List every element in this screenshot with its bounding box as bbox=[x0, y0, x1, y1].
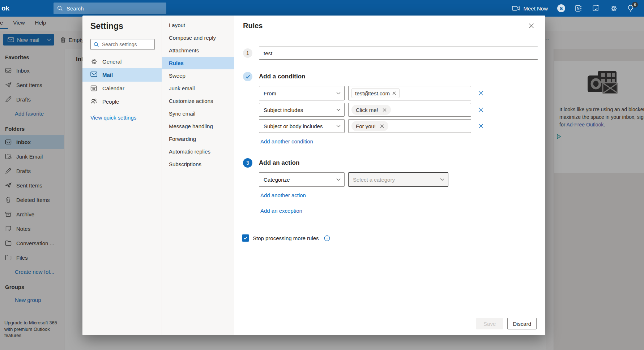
add-another-condition-link[interactable]: Add another condition bbox=[260, 138, 313, 144]
skype-icon: S bbox=[557, 4, 565, 12]
action-type-select[interactable]: Categorize bbox=[259, 172, 345, 187]
condition-value-field[interactable]: Click me! bbox=[348, 103, 471, 117]
settings-nav-mail[interactable]: Mail bbox=[82, 68, 162, 82]
settings-nav-general[interactable]: General bbox=[82, 55, 162, 68]
settings-search-input[interactable] bbox=[102, 42, 149, 47]
chevron-down-icon bbox=[336, 178, 341, 181]
tips-count-badge: 6 bbox=[632, 2, 638, 8]
category-compose[interactable]: Compose and reply bbox=[162, 31, 234, 44]
info-icon[interactable] bbox=[324, 235, 330, 241]
step-3-badge: 3 bbox=[243, 158, 252, 168]
settings-nav-column: Settings General Mail Calendar bbox=[82, 16, 162, 335]
view-quick-settings-link[interactable]: View quick settings bbox=[90, 114, 157, 121]
settings-nav-people[interactable]: People bbox=[82, 95, 162, 108]
search-icon bbox=[57, 5, 63, 11]
meet-now-label: Meet Now bbox=[523, 5, 548, 12]
action-row: Categorize Select a category bbox=[259, 172, 537, 187]
onenote-icon: N bbox=[575, 5, 582, 12]
settings-nav-label: Calendar bbox=[102, 85, 124, 91]
condition-type-select[interactable]: Subject or body includes bbox=[259, 119, 345, 133]
condition-row: Subject or body includes For you! bbox=[259, 119, 537, 133]
mail-envelope-icon bbox=[90, 72, 97, 78]
condition-type-select[interactable]: From bbox=[259, 86, 345, 100]
chevron-down-icon bbox=[336, 125, 341, 128]
global-search-box[interactable]: Search bbox=[54, 3, 166, 14]
category-rules[interactable]: Rules bbox=[162, 57, 234, 69]
tips-button[interactable]: 6 bbox=[627, 4, 635, 12]
meet-now-button[interactable]: Meet Now bbox=[512, 5, 548, 12]
category-attachments[interactable]: Attachments bbox=[162, 44, 234, 57]
category-select[interactable]: Select a category bbox=[348, 172, 448, 187]
condition-value-field[interactable]: test@test.com bbox=[348, 86, 471, 100]
chevron-down-icon bbox=[336, 92, 341, 95]
outlook-logo-partial[interactable]: ok bbox=[1, 4, 52, 12]
condition-value-field[interactable]: For you! bbox=[348, 119, 471, 133]
settings-nav-label: Mail bbox=[102, 72, 113, 78]
condition-row: Subject includes Click me! bbox=[259, 103, 537, 117]
settings-title: Settings bbox=[90, 21, 157, 31]
step-1-badge: 1 bbox=[243, 48, 252, 58]
category-sweep[interactable]: Sweep bbox=[162, 69, 234, 82]
tasks-button[interactable] bbox=[592, 4, 600, 12]
stop-processing-row: Stop processing more rules bbox=[242, 234, 537, 242]
gear-icon bbox=[90, 58, 97, 65]
category-message-handling[interactable]: Message handling bbox=[162, 120, 234, 133]
dialog-footer: Save Discard bbox=[234, 312, 545, 335]
category-layout[interactable]: Layout bbox=[162, 19, 234, 31]
step-2-check-badge bbox=[243, 72, 252, 81]
settings-search-box[interactable] bbox=[90, 39, 155, 50]
search-icon bbox=[94, 42, 99, 47]
search-placeholder-text: Search bbox=[67, 5, 84, 12]
add-exception-link[interactable]: Add an exception bbox=[260, 208, 302, 214]
category-sync[interactable]: Sync email bbox=[162, 107, 234, 120]
skype-button[interactable]: S bbox=[557, 4, 565, 12]
condition-type-select[interactable]: Subject includes bbox=[259, 103, 345, 117]
delete-condition-button[interactable] bbox=[475, 103, 487, 117]
action-section: 3 Add an action Categorize Select a cate… bbox=[243, 158, 537, 214]
keyword-pill[interactable]: For you! bbox=[351, 121, 388, 131]
settings-gear-icon bbox=[610, 5, 617, 12]
remove-pill-icon[interactable] bbox=[380, 124, 384, 128]
onenote-button[interactable]: N bbox=[575, 4, 583, 12]
settings-dialog: Settings General Mail Calendar bbox=[82, 16, 545, 335]
chevron-down-icon bbox=[440, 178, 444, 181]
discard-button[interactable]: Discard bbox=[507, 318, 537, 329]
rule-name-input[interactable] bbox=[259, 47, 538, 60]
stop-processing-label: Stop processing more rules bbox=[253, 235, 319, 241]
save-button[interactable]: Save bbox=[476, 318, 503, 329]
chevron-down-icon bbox=[336, 108, 341, 111]
settings-nav-label: People bbox=[102, 99, 119, 105]
delete-condition-button[interactable] bbox=[475, 86, 487, 100]
condition-row: From test@test.com bbox=[259, 86, 537, 100]
svg-text:N: N bbox=[577, 7, 579, 10]
remove-pill-icon[interactable] bbox=[383, 108, 387, 112]
keyword-pill[interactable]: Click me! bbox=[351, 105, 391, 115]
add-another-action-link[interactable]: Add another action bbox=[260, 192, 306, 198]
stop-processing-checkbox[interactable] bbox=[242, 234, 249, 242]
settings-category-column: Layout Compose and reply Attachments Rul… bbox=[162, 16, 234, 335]
category-auto-replies[interactable]: Automatic replies bbox=[162, 145, 234, 158]
people-icon bbox=[90, 98, 97, 105]
condition-section: Add a condition From test@test.com bbox=[243, 72, 537, 145]
category-junk[interactable]: Junk email bbox=[162, 82, 234, 95]
close-icon[interactable] bbox=[526, 20, 537, 31]
app-top-bar: ok Search Meet Now S N bbox=[0, 0, 644, 17]
category-subscriptions[interactable]: Subscriptions bbox=[162, 158, 234, 170]
settings-nav-label: General bbox=[102, 59, 121, 65]
settings-nav-calendar[interactable]: Calendar bbox=[82, 82, 162, 95]
calendar-icon bbox=[90, 85, 97, 92]
calendar-check-icon bbox=[592, 5, 600, 12]
add-action-heading: Add an action bbox=[259, 158, 537, 168]
rules-panel: Rules 1 Add a condition From bbox=[234, 16, 545, 335]
recipient-pill[interactable]: test@test.com bbox=[351, 88, 400, 98]
category-forwarding[interactable]: Forwarding bbox=[162, 133, 234, 145]
video-camera-icon bbox=[512, 5, 520, 11]
settings-button[interactable] bbox=[609, 4, 617, 12]
rules-title: Rules bbox=[243, 22, 526, 30]
category-customize[interactable]: Customize actions bbox=[162, 95, 234, 107]
remove-pill-icon[interactable] bbox=[392, 91, 396, 95]
add-condition-heading: Add a condition bbox=[259, 72, 537, 81]
rule-name-section: 1 bbox=[243, 47, 537, 60]
delete-condition-button[interactable] bbox=[475, 119, 487, 133]
